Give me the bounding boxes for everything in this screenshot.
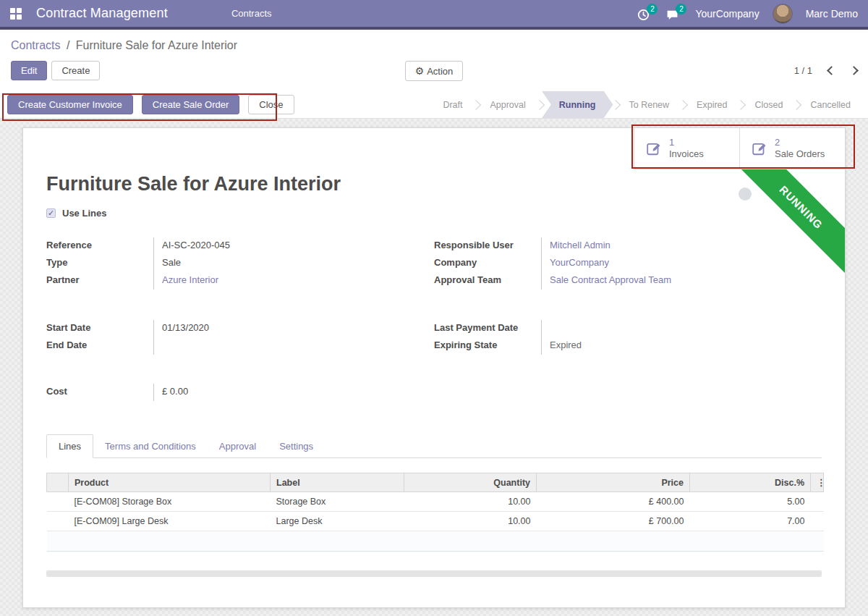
- cell-label: Large Desk: [271, 512, 404, 531]
- status-pipeline: Draft Approval Running To Renew Expired …: [431, 91, 868, 119]
- use-lines-checkbox[interactable]: ✓: [46, 208, 56, 218]
- field-label-company: Company: [434, 255, 541, 268]
- field-label-start-date: Start Date: [46, 320, 153, 333]
- handle-column-header: [47, 473, 69, 492]
- app-title: Contract Management: [36, 6, 168, 21]
- field-label-responsible-user: Responsible User: [434, 237, 541, 250]
- gear-icon: ⚙: [415, 65, 425, 77]
- navbar: Contract Management Contracts 2 2 YourCo…: [0, 0, 868, 30]
- field-value-last-payment-date: [541, 320, 822, 337]
- column-header-label[interactable]: Label: [271, 473, 404, 492]
- close-button[interactable]: Close: [248, 95, 294, 114]
- tab-settings[interactable]: Settings: [268, 435, 325, 457]
- cell-price: £ 400.00: [537, 492, 690, 512]
- field-value-type: Sale: [153, 255, 434, 272]
- activity-badge: 2: [647, 4, 658, 14]
- invoices-label: Invoices: [669, 148, 704, 160]
- user-avatar[interactable]: [773, 4, 793, 24]
- column-header-product[interactable]: Product: [69, 473, 271, 492]
- pencil-square-icon: [752, 140, 767, 156]
- cell-product: [E-COM08] Storage Box: [69, 492, 271, 512]
- column-header-quantity[interactable]: Quantity: [404, 473, 537, 492]
- empty-table-row: [47, 531, 824, 552]
- messages-badge: 2: [676, 4, 686, 14]
- action-button[interactable]: ⚙Action: [405, 61, 464, 81]
- column-header-price[interactable]: Price: [537, 473, 690, 492]
- field-label-reference: Reference: [46, 237, 153, 250]
- sale-orders-count: 2: [775, 137, 825, 148]
- statusbar: Create Customer Invoice Create Sale Orde…: [0, 91, 868, 119]
- field-value-partner[interactable]: Azure Interior: [153, 272, 434, 290]
- pencil-square-icon: [646, 140, 662, 156]
- status-step-draft[interactable]: Draft: [431, 91, 474, 119]
- cell-disc: 5.00: [690, 492, 811, 512]
- control-panel: Contracts / Furniture Sale for Azure Int…: [0, 30, 868, 91]
- user-menu[interactable]: Marc Demo: [806, 8, 858, 20]
- field-value-expiring-state: Expired: [541, 337, 822, 355]
- field-label-cost: Cost: [46, 384, 153, 397]
- table-header-row: Product Label Quantity Price Disc.% ⋮: [47, 473, 824, 492]
- status-step-closed[interactable]: Closed: [743, 91, 794, 119]
- breadcrumb: Contracts / Furniture Sale for Azure Int…: [11, 39, 857, 52]
- create-customer-invoice-button[interactable]: Create Customer Invoice: [7, 95, 133, 114]
- status-step-expired[interactable]: Expired: [685, 91, 739, 119]
- lines-table: Product Label Quantity Price Disc.% ⋮ [E…: [46, 473, 824, 552]
- apps-menu-icon[interactable]: [10, 8, 22, 20]
- table-row[interactable]: [E-COM08] Storage Box Storage Box 10.00 …: [47, 492, 824, 512]
- field-label-approval-team: Approval Team: [434, 272, 541, 285]
- row-handle: [47, 492, 69, 512]
- cell-price: £ 700.00: [537, 512, 690, 531]
- invoices-count: 1: [669, 137, 704, 148]
- field-value-end-date: [153, 337, 434, 355]
- invoices-smart-button[interactable]: 1 Invoices: [634, 128, 739, 169]
- field-label-expiring-state: Expiring State: [434, 337, 541, 350]
- tab-lines[interactable]: Lines: [46, 434, 93, 458]
- breadcrumb-separator: /: [67, 39, 69, 51]
- field-value-cost: £ 0.00: [153, 384, 434, 401]
- cell-label: Storage Box: [271, 492, 404, 512]
- activity-icon[interactable]: 2: [637, 7, 653, 21]
- field-value-approval-team[interactable]: Sale Contract Approval Team: [541, 272, 822, 290]
- cell-product: [E-COM09] Large Desk: [69, 512, 271, 531]
- smart-buttons: 1 Invoices 2 Sale Orders: [634, 128, 845, 169]
- row-handle: [47, 512, 69, 531]
- field-label-partner: Partner: [46, 272, 153, 285]
- column-header-disc[interactable]: Disc.%: [690, 473, 811, 492]
- create-sale-order-button[interactable]: Create Sale Order: [142, 95, 240, 114]
- table-row[interactable]: [E-COM09] Large Desk Large Desk 10.00 £ …: [47, 512, 824, 531]
- cell-disc: 7.00: [690, 512, 811, 531]
- status-step-approval[interactable]: Approval: [478, 91, 537, 119]
- status-step-to-renew[interactable]: To Renew: [618, 91, 681, 119]
- field-label-type: Type: [46, 255, 153, 268]
- field-label-last-payment-date: Last Payment Date: [434, 320, 541, 333]
- status-step-running[interactable]: Running: [542, 91, 613, 119]
- sale-orders-smart-button[interactable]: 2 Sale Orders: [739, 128, 845, 169]
- cell-quantity: 10.00: [404, 492, 537, 512]
- cell-quantity: 10.00: [404, 512, 537, 531]
- notebook-tabs: Lines Terms and Conditions Approval Sett…: [46, 434, 822, 458]
- sale-orders-label: Sale Orders: [775, 148, 825, 160]
- partner-avatar-placeholder: [739, 187, 752, 201]
- action-button-label: Action: [427, 66, 453, 77]
- tab-terms-and-conditions[interactable]: Terms and Conditions: [93, 435, 208, 457]
- company-switcher[interactable]: YourCompany: [695, 8, 759, 20]
- breadcrumb-current: Furniture Sale for Azure Interior: [76, 39, 237, 51]
- messages-icon[interactable]: 2: [666, 7, 682, 21]
- nav-menu-contracts[interactable]: Contracts: [231, 8, 272, 19]
- field-value-responsible-user[interactable]: Mitchell Admin: [541, 237, 822, 255]
- status-step-cancelled[interactable]: Cancelled: [799, 91, 862, 119]
- tab-approval[interactable]: Approval: [208, 435, 268, 457]
- use-lines-label: Use Lines: [62, 208, 106, 219]
- horizontal-scrollbar[interactable]: [46, 570, 822, 577]
- field-label-end-date: End Date: [46, 337, 153, 350]
- form-sheet: 1 Invoices 2 Sale Orders RUNNING Furnitu…: [22, 127, 846, 608]
- field-value-reference: AI-SC-2020-045: [153, 237, 434, 255]
- optional-columns-icon[interactable]: ⋮: [811, 473, 824, 492]
- field-value-start-date: 01/13/2020: [153, 320, 434, 337]
- breadcrumb-parent-link[interactable]: Contracts: [11, 39, 60, 51]
- field-value-company[interactable]: YourCompany: [541, 255, 822, 272]
